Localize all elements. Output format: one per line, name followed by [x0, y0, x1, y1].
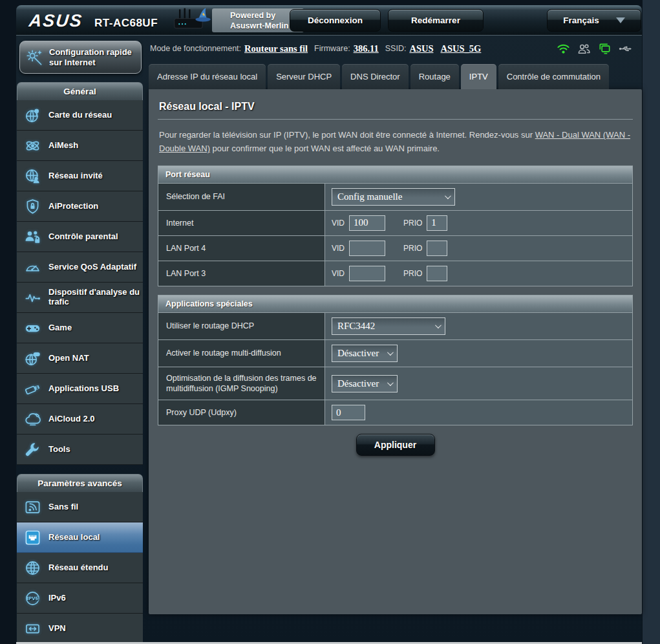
operation-mode-link[interactable]: Routeur sans fil [244, 43, 308, 54]
sidebar-item-usb-applications[interactable]: Applications USB [17, 374, 143, 404]
page-title: Réseau local - IPTV [158, 91, 633, 119]
tab-lan-ip[interactable]: Adresse IP du réseau local [149, 64, 266, 89]
sidebar-item-label: Service QoS Adaptatif [48, 263, 136, 272]
sidebar-item-aicloud[interactable]: AiCloud 2.0 [17, 404, 143, 435]
udpxy-port-input[interactable] [332, 405, 365, 420]
clients-status-icon[interactable] [577, 41, 591, 56]
dhcp-routes-label: Utiliser le routage DHCP [158, 313, 325, 339]
network-port-table: Port réseau Sélection de FAI Config manu… [158, 166, 633, 286]
multicast-routing-select[interactable]: Désactiver [332, 345, 398, 362]
quick-internet-setup-button[interactable]: Configuration rapide sur Internet [19, 41, 142, 74]
sidebar-item-label: IPv6 [48, 594, 66, 603]
apply-button[interactable]: Appliquer [356, 434, 435, 456]
sidebar: Configuration rapide sur Internet Généra… [16, 36, 144, 642]
usb-status-icon[interactable] [618, 41, 633, 56]
sidebar-item-guest-network[interactable]: Réseau invité [17, 161, 143, 191]
apply-area: Appliquer [158, 434, 633, 456]
tab-switch-control[interactable]: Contrôle de commutation [498, 64, 609, 89]
page-root: ASUS RT-AC68UF Powered by Asuswrt-Merlin… [0, 0, 660, 644]
sidebar-item-open-nat[interactable]: Open NAT [17, 343, 143, 374]
sidebar-item-vpn[interactable]: VPN [17, 614, 143, 642]
sidebar-item-traffic-analyzer[interactable]: Dispositif d'analyse du trafic [17, 283, 143, 313]
igmp-snooping-label: Optimisation de la diffusion des trames … [158, 367, 325, 400]
table-row: LAN Port 3 VID PRIO [158, 261, 632, 286]
sidebar-item-aiprotection[interactable]: AiProtection [17, 191, 143, 222]
sidebar-item-lan[interactable]: Réseau local [17, 522, 143, 553]
table-row: Internet VID PRIO [158, 210, 632, 235]
network-port-table-header: Port réseau [158, 166, 632, 183]
parental-controls-icon [24, 228, 41, 246]
game-icon [24, 319, 41, 337]
logout-button[interactable]: Déconnexion [290, 9, 381, 32]
internet-prio-input[interactable] [427, 215, 447, 231]
tools-wrench-icon [24, 441, 41, 458]
multicast-routing-value: Désactiver [337, 348, 379, 359]
igmp-snooping-select[interactable]: Désactiver [332, 375, 398, 392]
sidebar-item-parental-controls[interactable]: Contrôle parental [17, 222, 143, 252]
internet-vid-input[interactable] [349, 215, 385, 231]
language-value: Français [563, 16, 599, 25]
wifi-status-icon[interactable] [556, 41, 571, 56]
firmware-version-link[interactable]: 386.11 [354, 43, 379, 54]
sidebar-item-wireless[interactable]: Sans fil [17, 492, 143, 522]
wan-globe-icon [24, 559, 41, 577]
lan-port4-vid-input[interactable] [349, 241, 385, 256]
description-text: Pour regarder la télévision sur IP (IPTV… [159, 130, 535, 140]
router-merlin-illustration [171, 6, 214, 38]
aiprotection-icon [24, 198, 41, 215]
lan-port3-vid-input[interactable] [349, 266, 385, 281]
open-nat-icon [24, 350, 41, 367]
sidebar-section-general: Général [17, 82, 143, 100]
vid-label: VID [332, 244, 345, 253]
router-model: RT-AC68UF [94, 17, 158, 30]
chevron-down-icon [445, 193, 451, 199]
svg-text:IPV6: IPV6 [27, 596, 39, 601]
chevron-down-icon [387, 380, 394, 386]
traffic-analyzer-icon [24, 289, 41, 306]
tab-dns-director[interactable]: DNS Director [342, 64, 409, 89]
brand-area: ASUS RT-AC68UF [29, 11, 158, 31]
ssid-2g-link[interactable]: ASUS [409, 43, 433, 54]
table-row: Activer le routage multi-diffusion Désac… [158, 339, 632, 367]
vid-label: VID [332, 269, 345, 278]
lan-port4-label: LAN Port 4 [158, 236, 325, 261]
dhcp-routes-select[interactable]: RFC3442 [332, 317, 445, 335]
quick-setup-icon [26, 48, 43, 66]
reboot-button[interactable]: Redémarrer [388, 9, 484, 32]
language-select[interactable]: Français [547, 9, 641, 32]
igmp-snooping-value: Désactiver [337, 378, 379, 389]
tab-route[interactable]: Routage [410, 64, 459, 89]
isp-profile-select[interactable]: Config manuelle [332, 188, 455, 206]
sidebar-item-adaptive-qos[interactable]: Service QoS Adaptatif [17, 252, 143, 283]
description-text: pour confirmer que le port WAN est affec… [210, 144, 440, 153]
isp-profile-value: Config manuelle [337, 191, 402, 202]
special-applications-header: Applications spéciales [158, 295, 632, 312]
sidebar-item-label: Game [48, 323, 72, 333]
tab-iptv[interactable]: IPTV [461, 64, 496, 89]
ssid-label: SSID: [385, 44, 407, 53]
wired-clients-status-icon[interactable] [597, 41, 612, 56]
sidebar-item-aimesh[interactable]: AiMesh [17, 131, 143, 161]
sidebar-item-ipv6[interactable]: IPV6 IPv6 [17, 583, 143, 614]
lan-port3-prio-input[interactable] [427, 266, 447, 281]
usb-applications-icon [24, 380, 41, 398]
title-divider [158, 119, 633, 120]
table-row: Utiliser le routage DHCP RFC3442 [158, 312, 632, 339]
sidebar-item-network-map[interactable]: Carte du réseau [17, 100, 143, 131]
internet-port-label: Internet [158, 211, 325, 235]
lan-icon [24, 529, 41, 546]
multicast-routing-label: Activer le routage multi-diffusion [158, 340, 325, 367]
status-icons [556, 41, 641, 56]
sidebar-item-game[interactable]: Game [17, 313, 143, 343]
isp-profile-label: Sélection de FAI [158, 184, 325, 210]
tab-dhcp-server[interactable]: Serveur DHCP [268, 64, 340, 89]
vid-label: VID [332, 219, 345, 228]
prio-label: PRIO [403, 269, 422, 278]
lan-port4-prio-input[interactable] [427, 241, 447, 256]
sidebar-item-wan[interactable]: Réseau étendu [17, 553, 143, 583]
sidebar-item-label: VPN [48, 624, 66, 634]
ssid-5g-link[interactable]: ASUS_5G [440, 43, 481, 54]
udpxy-label: Proxy UDP (Udpxy) [158, 400, 325, 425]
sidebar-item-tools[interactable]: Tools [17, 435, 143, 465]
quick-setup-label: Configuration rapide sur Internet [49, 47, 137, 67]
